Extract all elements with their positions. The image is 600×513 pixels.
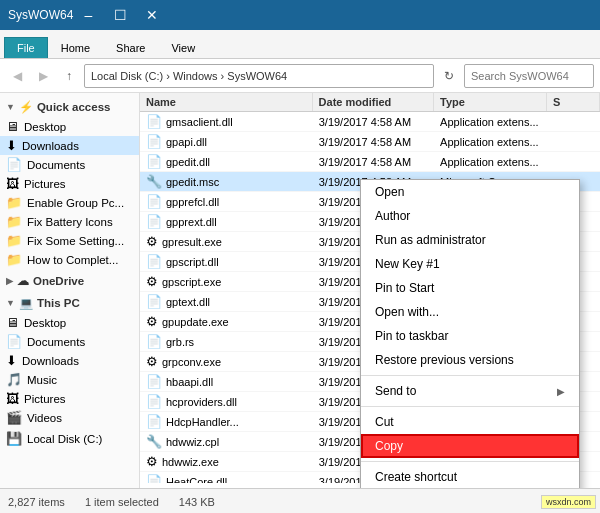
sidebar-item-videos[interactable]: 🎬 Videos [0, 408, 139, 427]
sidebar-group-quick-access[interactable]: ▼ ⚡ Quick access [0, 97, 139, 117]
tab-share[interactable]: Share [103, 37, 158, 58]
title-bar-title: SysWOW64 [8, 8, 73, 22]
folder-icon: 📁 [6, 233, 22, 248]
sidebar-item-label: Local Disk (C:) [27, 433, 102, 445]
ctx-menu-item[interactable]: Open with... [361, 300, 579, 324]
ctx-menu-item[interactable]: Restore previous versions [361, 348, 579, 372]
desktop-icon: 🖥 [6, 119, 19, 134]
sidebar-item-label: Music [27, 374, 57, 386]
ctx-menu-item[interactable]: Copy [361, 434, 579, 458]
onedrive-icon: ☁ [17, 274, 29, 288]
sidebar-item-desktop2[interactable]: 🖥 Desktop [0, 313, 139, 332]
sidebar-item-label: Downloads [22, 355, 79, 367]
title-bar: SysWOW64 – ☐ ✕ [0, 0, 600, 30]
documents-icon: 📄 [6, 334, 22, 349]
status-selected: 1 item selected [85, 496, 159, 508]
sidebar-group-onedrive[interactable]: ▶ ☁ OneDrive [0, 271, 139, 291]
sidebar-item-downloads2[interactable]: ⬇ Downloads [0, 351, 139, 370]
ctx-menu-item[interactable]: Cut [361, 410, 579, 434]
file-icon: 🔧 [146, 174, 162, 189]
sidebar-group-thispc[interactable]: ▼ 💻 This PC [0, 293, 139, 313]
file-icon: 📄 [146, 414, 162, 429]
ctx-menu-item[interactable]: Open [361, 180, 579, 204]
sidebar-item-label: Downloads [22, 140, 79, 152]
ctx-menu-item[interactable]: Pin to taskbar [361, 324, 579, 348]
file-name-cell: 📄gpprext.dll [140, 212, 313, 231]
sidebar-item-label: Pictures [24, 178, 66, 190]
back-button[interactable]: ◀ [6, 65, 28, 87]
pictures-icon: 🖼 [6, 391, 19, 406]
tab-file[interactable]: File [4, 37, 48, 58]
table-row[interactable]: 📄gpapi.dll 3/19/2017 4:58 AM Application… [140, 132, 600, 152]
up-button[interactable]: ↑ [58, 65, 80, 87]
file-date-cell: 3/19/2017 4:58 AM [313, 114, 434, 130]
file-name-cell: 🔧gpedit.msc [140, 172, 313, 191]
sidebar-item-localdisk[interactable]: 💾 Local Disk (C:) [0, 429, 139, 448]
sidebar-item-howto[interactable]: 📁 How to Complet... [0, 250, 139, 269]
search-input[interactable] [464, 64, 594, 88]
sidebar-item-downloads[interactable]: ⬇ Downloads [0, 136, 139, 155]
col-header-name[interactable]: Name [140, 93, 313, 111]
table-row[interactable]: 📄gpedit.dll 3/19/2017 4:58 AM Applicatio… [140, 152, 600, 172]
sidebar-section-thispc: ▼ 💻 This PC 🖥 Desktop 📄 Documents ⬇ Down… [0, 293, 139, 427]
file-icon: 🔧 [146, 434, 162, 449]
ctx-menu-item[interactable]: Author [361, 204, 579, 228]
disk-icon: 💾 [6, 431, 22, 446]
sidebar-item-label: Fix Battery Icons [27, 216, 113, 228]
tab-home[interactable]: Home [48, 37, 103, 58]
ctx-menu-item[interactable]: Run as administrator [361, 228, 579, 252]
table-row[interactable]: 📄gmsaclient.dll 3/19/2017 4:58 AM Applic… [140, 112, 600, 132]
videos-icon: 🎬 [6, 410, 22, 425]
file-date-cell: 3/19/2017 4:58 AM [313, 154, 434, 170]
sidebar-item-pictures[interactable]: 🖼 Pictures [0, 174, 139, 193]
documents-icon: 📄 [6, 157, 22, 172]
file-icon: 📄 [146, 254, 162, 269]
sidebar: ▼ ⚡ Quick access 🖥 Desktop ⬇ Downloads 📄… [0, 93, 140, 488]
file-name-cell: 📄gptext.dll [140, 292, 313, 311]
sidebar-item-label: Documents [27, 159, 85, 171]
quick-access-arrow: ▼ [6, 102, 15, 112]
thispc-label: This PC [37, 297, 80, 309]
ctx-menu-item[interactable]: Pin to Start [361, 276, 579, 300]
file-icon: ⚙ [146, 454, 158, 469]
sidebar-item-documents2[interactable]: 📄 Documents [0, 332, 139, 351]
maximize-button[interactable]: ☐ [105, 5, 135, 25]
ctx-separator [361, 375, 579, 376]
forward-button[interactable]: ▶ [32, 65, 54, 87]
sidebar-section-onedrive: ▶ ☁ OneDrive [0, 271, 139, 291]
folder-icon: 📁 [6, 214, 22, 229]
folder-icon: 📁 [6, 195, 22, 210]
col-header-date[interactable]: Date modified [313, 93, 434, 111]
col-header-type[interactable]: Type [434, 93, 547, 111]
file-name-cell: ⚙gpresult.exe [140, 232, 313, 251]
file-name-cell: 📄gpscript.dll [140, 252, 313, 271]
onedrive-label: OneDrive [33, 275, 84, 287]
sidebar-section-quick-access: ▼ ⚡ Quick access 🖥 Desktop ⬇ Downloads 📄… [0, 97, 139, 269]
sidebar-item-desktop[interactable]: 🖥 Desktop [0, 117, 139, 136]
refresh-button[interactable]: ↻ [438, 65, 460, 87]
sidebar-item-pictures2[interactable]: 🖼 Pictures [0, 389, 139, 408]
breadcrumb-text: Local Disk (C:) › Windows › SysWOW64 [91, 70, 287, 82]
sidebar-item-documents[interactable]: 📄 Documents [0, 155, 139, 174]
file-type-cell: Application extens... [434, 114, 547, 130]
tab-view[interactable]: View [158, 37, 208, 58]
file-size-cell [547, 160, 600, 164]
main-layout: ▼ ⚡ Quick access 🖥 Desktop ⬇ Downloads 📄… [0, 93, 600, 488]
sidebar-item-fixbattery[interactable]: 📁 Fix Battery Icons [0, 212, 139, 231]
file-icon: 📄 [146, 154, 162, 169]
title-bar-controls: – ☐ ✕ [73, 5, 167, 25]
sidebar-item-fixsetting[interactable]: 📁 Fix Some Setting... [0, 231, 139, 250]
quick-access-icon: ⚡ [19, 100, 33, 114]
ctx-menu-item[interactable]: New Key #1 [361, 252, 579, 276]
minimize-button[interactable]: – [73, 5, 103, 25]
file-icon: ⚙ [146, 274, 158, 289]
close-button[interactable]: ✕ [137, 5, 167, 25]
ctx-separator [361, 406, 579, 407]
ctx-menu-item[interactable]: Create shortcut [361, 465, 579, 488]
ctx-menu-item[interactable]: Send to▶ [361, 379, 579, 403]
file-name-cell: 📄grb.rs [140, 332, 313, 351]
col-header-size[interactable]: S [547, 93, 600, 111]
file-icon: ⚙ [146, 354, 158, 369]
sidebar-item-enablegroup[interactable]: 📁 Enable Group Pc... [0, 193, 139, 212]
sidebar-item-music[interactable]: 🎵 Music [0, 370, 139, 389]
